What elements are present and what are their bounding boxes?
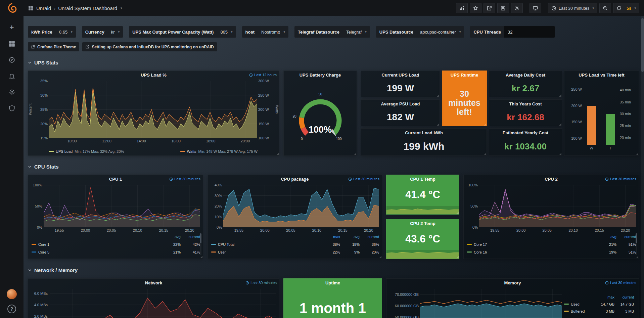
caret-down-icon: ▾ bbox=[365, 30, 367, 34]
panel-time-range[interactable]: Last 30 minutes bbox=[169, 177, 200, 181]
panel-title[interactable]: Average PSU Load bbox=[361, 100, 440, 108]
variable-value-dropdown[interactable]: Telegraf▾ bbox=[343, 26, 370, 38]
panel-title[interactable]: Network bbox=[28, 279, 279, 287]
zoom-out-button[interactable] bbox=[599, 3, 611, 13]
panel-title[interactable]: UPS Runtime bbox=[442, 71, 487, 80]
cpu-threads-input[interactable] bbox=[504, 26, 555, 38]
legend-series-name[interactable]: Core 17 bbox=[467, 242, 597, 246]
panel-title[interactable]: UPS Load % bbox=[28, 71, 279, 80]
legend-series-name[interactable]: UPS Load bbox=[56, 149, 73, 153]
legend-col-header[interactable]: max bbox=[321, 235, 340, 239]
cpu2-chart[interactable] bbox=[479, 185, 636, 227]
legend-col-header[interactable]: current bbox=[360, 235, 379, 239]
legend-series-name[interactable]: Buffered bbox=[564, 309, 595, 313]
help-button[interactable]: ? bbox=[7, 305, 16, 313]
legend-series-name[interactable]: Core 5 bbox=[32, 250, 161, 254]
tv-mode-button[interactable] bbox=[530, 3, 541, 13]
legend-series-name[interactable]: CPU Total bbox=[211, 242, 321, 246]
legend-series-name[interactable]: Core 1 bbox=[32, 242, 161, 246]
add-panel-button[interactable] bbox=[456, 3, 468, 13]
x-tick: 20:10 bbox=[312, 228, 322, 232]
scrollbar-thumb[interactable] bbox=[641, 18, 644, 72]
variable-value: 0.65 bbox=[59, 30, 67, 35]
row-header-ups-stats[interactable]: UPS Stats bbox=[28, 60, 58, 65]
legend-series-name[interactable]: User bbox=[211, 250, 321, 254]
dashboard-title[interactable]: Unraid System Dashboard bbox=[58, 5, 117, 11]
legend-col-header[interactable]: current bbox=[616, 235, 636, 239]
panel-time-range[interactable]: Last 30 minutes bbox=[245, 281, 277, 285]
memory-chart[interactable] bbox=[420, 289, 562, 318]
sidebar-item-create[interactable]: + bbox=[4, 21, 19, 34]
star-button[interactable] bbox=[470, 3, 481, 13]
cpu1-chart[interactable] bbox=[44, 185, 200, 227]
settings-button[interactable] bbox=[511, 3, 523, 13]
cpu-package-chart[interactable] bbox=[223, 185, 379, 227]
panel-title[interactable]: CPU 1 Temp bbox=[386, 175, 459, 184]
variable-value-dropdown[interactable]: 865▾ bbox=[217, 26, 236, 38]
ups-load-chart[interactable] bbox=[49, 81, 257, 138]
grafana-logo[interactable] bbox=[0, 0, 24, 16]
panel-time-range[interactable]: Last 30 minutes bbox=[605, 177, 636, 181]
variable-value-dropdown[interactable]: apcupsd-container▾ bbox=[417, 26, 464, 38]
sidebar-item-configuration[interactable] bbox=[4, 85, 19, 99]
legend-col-header[interactable]: avg bbox=[161, 235, 181, 239]
user-avatar[interactable] bbox=[7, 289, 17, 299]
variable-value-dropdown[interactable]: kr▾ bbox=[108, 26, 123, 38]
sidebar-item-explore[interactable] bbox=[4, 53, 19, 66]
legend-value: 14.7 GB bbox=[595, 302, 614, 306]
legend-value: 42% bbox=[181, 242, 200, 246]
share-button[interactable] bbox=[484, 3, 495, 13]
legend-scrollbar[interactable] bbox=[636, 233, 637, 255]
network-chart[interactable] bbox=[50, 289, 276, 318]
panel-time-range[interactable]: Last 12 hours bbox=[249, 73, 277, 77]
panel-title[interactable]: This Years Cost bbox=[489, 100, 562, 108]
sidebar-item-dashboards[interactable] bbox=[4, 37, 19, 50]
panel-title[interactable]: Uptime bbox=[284, 279, 382, 287]
legend-series-name[interactable]: Watts bbox=[187, 149, 196, 153]
add-panel-icon bbox=[459, 6, 464, 11]
y-tick: 20% bbox=[215, 204, 222, 208]
legend-scrollbar[interactable] bbox=[200, 233, 201, 255]
legend-col-header[interactable]: avg bbox=[340, 235, 360, 239]
breadcrumb-app[interactable]: Unraid bbox=[36, 5, 51, 11]
legend-col-header[interactable]: current bbox=[614, 295, 634, 299]
series-label: Used bbox=[571, 302, 580, 306]
legend-value: 22% bbox=[161, 242, 181, 246]
link-ups-monitoring-guide[interactable]: Setting up Grafana and InfluxDB for UPS … bbox=[82, 42, 217, 51]
sidebar-item-alerting[interactable] bbox=[4, 69, 19, 83]
legend-col-header[interactable]: max bbox=[595, 295, 614, 299]
save-icon bbox=[501, 6, 506, 11]
panel-title[interactable]: Estimated Yearly Cost bbox=[489, 129, 562, 137]
refresh-interval[interactable]: 5s bbox=[627, 6, 631, 11]
y-tick: 30% bbox=[215, 194, 222, 198]
panel-title[interactable]: Current Load kWh bbox=[361, 129, 487, 137]
x-tick: 20:05 bbox=[107, 228, 116, 232]
time-range-picker[interactable]: Last 30 minutes ▾ bbox=[548, 3, 597, 13]
legend-value: 19% bbox=[597, 250, 616, 254]
caret-down-icon[interactable]: ▾ bbox=[121, 6, 122, 10]
variable-value-dropdown[interactable]: 0.65▾ bbox=[56, 26, 76, 38]
panel-title[interactable]: UPS Load vs Time left bbox=[564, 71, 639, 80]
panel-time-range[interactable]: Last 30 minutes bbox=[605, 281, 636, 285]
panel-time-range[interactable]: Last 30 minutes bbox=[348, 177, 379, 181]
legend-row: CPU Total38%18%36% bbox=[211, 240, 379, 248]
legend-series-name[interactable]: Used bbox=[564, 302, 595, 306]
panel-title[interactable]: CPU 2 Temp bbox=[386, 219, 459, 228]
row-header-cpu-stats[interactable]: CPU Stats bbox=[28, 164, 59, 170]
legend-col-header[interactable]: avg bbox=[597, 235, 616, 239]
panel-title[interactable]: Memory bbox=[386, 279, 639, 287]
series-swatch bbox=[211, 252, 216, 253]
variable-value-dropdown[interactable]: Nostromo▾ bbox=[258, 26, 288, 38]
legend-series-name[interactable]: Core 16 bbox=[467, 250, 597, 254]
sidebar-item-server-admin[interactable] bbox=[4, 101, 19, 115]
link-grafana-plex-theme[interactable]: Grafana Plex Theme bbox=[28, 42, 79, 51]
legend-col-header[interactable]: current bbox=[181, 235, 200, 239]
refresh-button[interactable]: 5s ▾ bbox=[613, 3, 639, 13]
row-header-network-memory[interactable]: Network / Memory bbox=[28, 267, 78, 273]
panel-title[interactable]: Current UPS Load bbox=[361, 71, 440, 80]
panel-title[interactable]: UPS Battery Charge bbox=[284, 71, 357, 80]
grid-icon[interactable] bbox=[28, 5, 34, 11]
save-button[interactable] bbox=[497, 3, 509, 13]
time-range-label: Last 30 minutes bbox=[559, 6, 590, 11]
panel-title[interactable]: Average Daily Cost bbox=[489, 71, 562, 80]
